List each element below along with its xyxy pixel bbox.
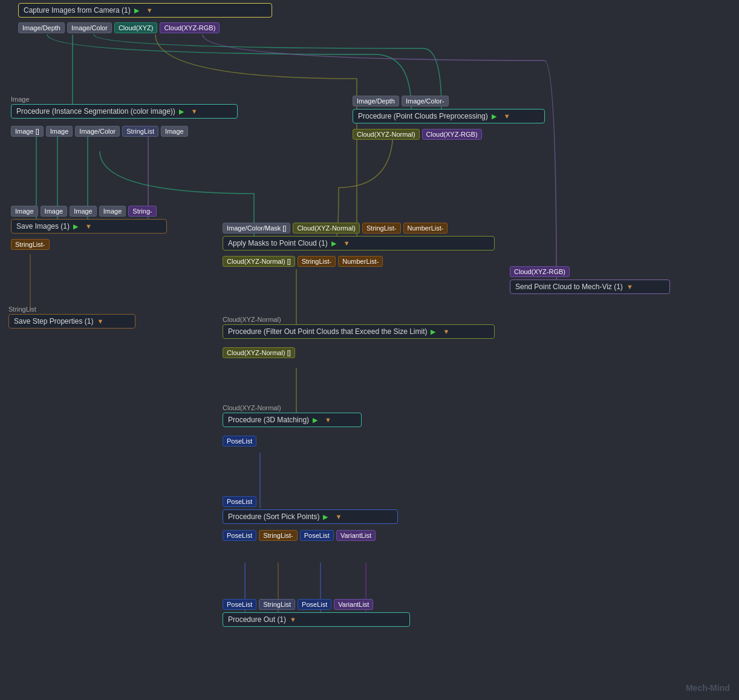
- am-stringlist-in: StringList-: [362, 223, 401, 234]
- spc-down-btn[interactable]: [627, 283, 635, 291]
- send-pc-label: Send Point Cloud to Mech-Viz (1): [515, 283, 623, 291]
- capture-play-btn[interactable]: [134, 6, 143, 15]
- port-cloud-xyz-out: Cloud(XYZ): [114, 22, 157, 33]
- save-images-node: Image Image Image Image String- Save Ima…: [11, 206, 167, 234]
- si-port-image4: Image: [99, 206, 126, 217]
- port-stringlist-out: StringList: [122, 126, 158, 137]
- am-cloud-in: Cloud(XYZ-Normal): [293, 223, 360, 234]
- save-images-label: Save Images (1): [16, 222, 70, 231]
- si-port-image1: Image: [11, 206, 38, 217]
- am-play-btn[interactable]: [331, 239, 340, 247]
- port-image-depth-out: Image/Depth: [18, 22, 65, 33]
- port-color-in: Image/Color-: [402, 96, 449, 106]
- si-port-string: String-: [128, 206, 156, 217]
- port-image-out: Image: [46, 126, 73, 137]
- apply-masks-node: Image/Color/Mask [] Cloud(XYZ-Normal) St…: [223, 223, 495, 250]
- apply-masks-label: Apply Masks to Point Cloud (1): [228, 239, 328, 247]
- capture-images-node: Capture Images from Camera (1) Image/Dep…: [18, 3, 272, 18]
- save-step-label: Save Step Properties (1): [14, 317, 93, 325]
- port-image-out2: Image: [161, 126, 188, 137]
- sp-poselist-in: PoseList: [223, 496, 256, 507]
- segmentation-in-label: Image: [11, 96, 238, 103]
- watermark: Mech-Mind: [686, 681, 730, 694]
- sp-down-btn[interactable]: [335, 512, 343, 521]
- fs-play-btn[interactable]: [431, 327, 439, 336]
- si-port-image2: Image: [41, 206, 68, 217]
- port-cloud-xyz-rgb-out2: Cloud(XYZ-RGB): [422, 129, 482, 140]
- seg-play-btn[interactable]: [179, 107, 187, 116]
- po-down-btn[interactable]: [290, 615, 298, 624]
- si-stringlist-out: StringList-: [11, 239, 50, 250]
- m3d-poselist-out: PoseList: [223, 436, 256, 446]
- segmentation-label: Procedure (Instance Segmentation (color …: [16, 107, 175, 116]
- am-mask-in: Image/Color/Mask []: [223, 223, 290, 234]
- sp-stringlist-out: StringList-: [259, 530, 298, 541]
- filter-in-label: Cloud(XYZ-Normal): [223, 316, 495, 323]
- spc-cloud-in: Cloud(XYZ-RGB): [510, 266, 570, 277]
- am-cloud-arr-out: Cloud(XYZ-Normal) []: [223, 256, 295, 267]
- save-step-down-btn[interactable]: [97, 317, 105, 325]
- si-port-image3: Image: [70, 206, 97, 217]
- po-variantlist-in: VariantList: [334, 599, 373, 610]
- fs-down-btn[interactable]: [443, 327, 451, 336]
- si-down-btn[interactable]: [85, 222, 94, 231]
- sort-pick-node: PoseList Procedure (Sort Pick Points) Po…: [223, 496, 398, 524]
- send-point-cloud-node: Cloud(XYZ-RGB) Send Point Cloud to Mech-…: [510, 266, 670, 294]
- po-poselist-in2: PoseList: [298, 599, 331, 610]
- filter-size-node: Cloud(XYZ-Normal) Procedure (Filter Out …: [223, 316, 495, 339]
- port-image-color-out: Image/Color: [67, 22, 112, 33]
- port-depth-in: Image/Depth: [353, 96, 399, 106]
- proc-out-node: PoseList StringList PoseList VariantList…: [223, 599, 410, 627]
- preproc-play-btn[interactable]: [492, 112, 500, 120]
- matching-3d-node: Cloud(XYZ-Normal) Procedure (3D Matching…: [223, 404, 362, 427]
- capture-down-btn[interactable]: [146, 6, 155, 15]
- am-down-btn[interactable]: [343, 239, 352, 247]
- save-step-node: StringList Save Step Properties (1): [8, 306, 135, 329]
- si-play-btn[interactable]: [73, 222, 82, 231]
- port-cloud-normal-out: Cloud(XYZ-Normal): [353, 129, 420, 140]
- matching-3d-label: Procedure (3D Matching): [228, 416, 309, 424]
- m3d-down-btn[interactable]: [325, 416, 333, 424]
- segmentation-node: Image Procedure (Instance Segmentation (…: [11, 96, 238, 119]
- am-stringlist-out: StringList-: [298, 256, 336, 267]
- seg-down-btn[interactable]: [191, 107, 200, 116]
- sp-poselist-out2: PoseList: [300, 530, 334, 541]
- port-image-color-out2: Image/Color: [75, 126, 120, 137]
- sp-poselist-out: PoseList: [223, 530, 256, 541]
- fs-cloud-arr-out: Cloud(XYZ-Normal) []: [223, 347, 295, 358]
- am-numlist-out: NumberList-: [338, 256, 383, 267]
- capture-images-label: Capture Images from Camera (1): [24, 6, 131, 15]
- filter-size-label: Procedure (Filter Out Point Clouds that …: [228, 327, 427, 336]
- port-image-arr-out: Image []: [11, 126, 44, 137]
- preproc-down-btn[interactable]: [504, 112, 512, 120]
- sort-pick-label: Procedure (Sort Pick Points): [228, 512, 319, 521]
- save-step-in-label: StringList: [8, 306, 135, 313]
- proc-out-label: Procedure Out (1): [228, 615, 286, 624]
- po-stringlist-in: StringList: [259, 599, 295, 610]
- port-cloud-xyz-rgb-out: Cloud(XYZ-RGB): [160, 22, 220, 33]
- point-cloud-preproc-node: Image/Depth Image/Color- Procedure (Poin…: [353, 96, 545, 123]
- sp-play-btn[interactable]: [323, 512, 331, 521]
- po-poselist-in: PoseList: [223, 599, 256, 610]
- preproc-label: Procedure (Point Clouds Preprocessing): [358, 112, 488, 120]
- sp-variantlist-out: VariantList: [336, 530, 376, 541]
- am-numlist-in: NumberList-: [403, 223, 448, 234]
- matching-in-label: Cloud(XYZ-Normal): [223, 404, 362, 411]
- m3d-play-btn[interactable]: [313, 416, 321, 424]
